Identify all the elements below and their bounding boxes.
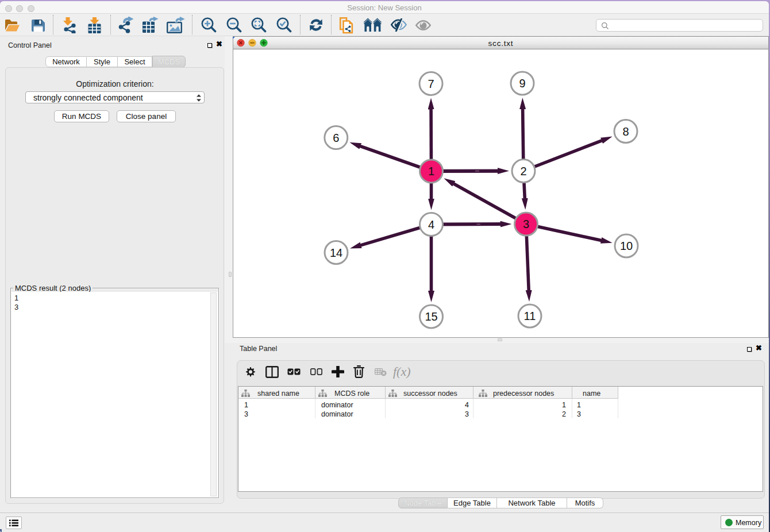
svg-text:6: 6 — [333, 132, 339, 144]
svg-text:9: 9 — [519, 77, 525, 90]
svg-text:1: 1 — [428, 165, 434, 178]
svg-text:11: 11 — [524, 310, 536, 322]
svg-text:15: 15 — [425, 310, 437, 323]
svg-text:4: 4 — [428, 218, 434, 231]
svg-text:3: 3 — [523, 218, 529, 230]
svg-text:8: 8 — [622, 125, 629, 138]
svg-text:14: 14 — [330, 246, 342, 259]
svg-text:10: 10 — [620, 240, 633, 252]
svg-text:2: 2 — [520, 165, 526, 178]
svg-text:7: 7 — [428, 78, 434, 90]
